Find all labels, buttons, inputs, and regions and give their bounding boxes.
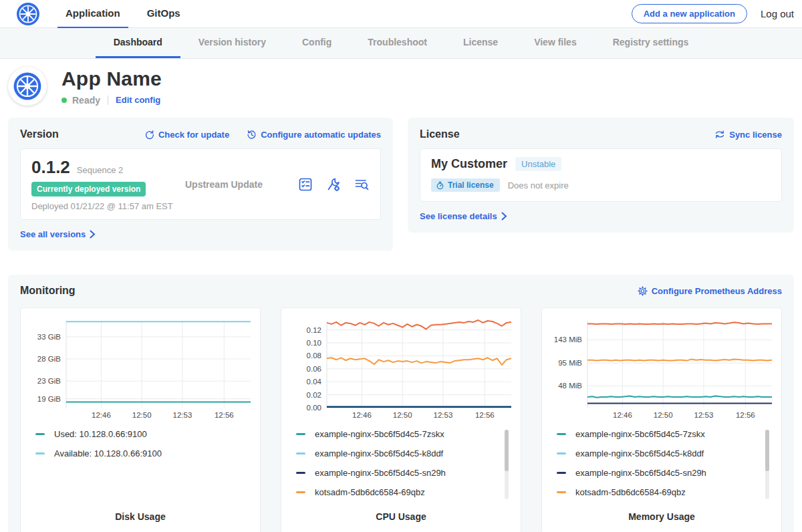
license-summary-row: My Customer Unstable Trial license Does …: [420, 148, 782, 202]
legend-item: Used: 10.128.0.66:9100: [35, 430, 255, 438]
app-name-title: App Name: [61, 68, 162, 90]
svg-text:12:50: 12:50: [132, 411, 152, 419]
legend-color-dash: [296, 472, 305, 474]
legend-color-dash: [35, 433, 45, 435]
chart-card-cpu-usage: 0.000.020.040.060.080.100.1212:4612:5012…: [281, 307, 521, 532]
legend-label: kotsadm-5db6dc6584-69qbz: [575, 487, 686, 497]
view-files-search-icon[interactable]: [354, 176, 370, 192]
legend-label: example-nginx-5bc6f5d4c5-7zskx: [575, 429, 705, 439]
legend-item: example-nginx-5bc6f5d4c5-sn29h: [557, 469, 776, 477]
svg-text:12:56: 12:56: [736, 411, 755, 419]
customer-name: My Customer: [431, 157, 507, 171]
app-sub-nav: DashboardVersion historyConfigTroublesho…: [0, 28, 802, 59]
sync-license-link[interactable]: Sync license: [714, 130, 782, 140]
kubernetes-app-icon: [12, 71, 43, 102]
configure-automatic-updates-link[interactable]: Configure automatic updates: [247, 130, 381, 140]
chevron-right-icon: [90, 230, 96, 239]
topnav-tab-gitops[interactable]: GitOps: [139, 0, 188, 28]
svg-text:23 GiB: 23 GiB: [37, 377, 61, 385]
svg-text:143 MiB: 143 MiB: [554, 336, 583, 344]
legend-item: example-nginx-5bc6f5d4c5-7zskx: [557, 430, 776, 438]
app-header: App Name Ready Edit config: [0, 59, 802, 118]
legend-scrollbar-track[interactable]: [505, 430, 509, 499]
svg-text:0.04: 0.04: [307, 378, 322, 386]
subnav-tab-version-history[interactable]: Version history: [180, 28, 284, 58]
svg-text:48 MiB: 48 MiB: [558, 382, 582, 390]
legend-color-dash: [557, 491, 566, 493]
logout-button[interactable]: Log out: [761, 8, 794, 19]
chart-legend: example-nginx-5bc6f5d4c5-7zskxexample-ng…: [557, 430, 776, 511]
top-nav: ApplicationGitOps Add a new application …: [0, 0, 802, 28]
subnav-tab-config[interactable]: Config: [284, 28, 350, 58]
legend-color-dash: [35, 452, 45, 454]
chart-card-disk-usage: 19 GiB23 GiB28 GiB33 GiB12:4612:5012:531…: [20, 307, 261, 532]
edit-config-link[interactable]: Edit config: [116, 95, 160, 105]
legend-item: example-nginx-5bc6f5d4c5-sn29h: [296, 469, 515, 477]
legend-scrollbar-thumb[interactable]: [505, 430, 509, 471]
svg-text:28 GiB: 28 GiB: [37, 355, 61, 363]
see-all-versions-link[interactable]: See all versions: [20, 229, 96, 239]
svg-text:12:53: 12:53: [173, 411, 192, 419]
subnav-tab-license[interactable]: License: [445, 28, 516, 58]
subnav-tab-dashboard[interactable]: Dashboard: [96, 28, 180, 58]
currently-deployed-badge: Currently deployed version: [31, 182, 146, 196]
license-expiration-text: Does not expire: [508, 180, 569, 190]
legend-color-dash: [296, 452, 305, 454]
version-number: 0.1.2: [31, 157, 70, 178]
add-application-button[interactable]: Add a new application: [632, 4, 747, 23]
legend-label: example-nginx-5bc6f5d4c5-7zskx: [315, 429, 444, 439]
svg-text:0.10: 0.10: [307, 339, 321, 347]
legend-color-dash: [557, 433, 566, 435]
legend-label: Available: 10.128.0.66:9100: [54, 448, 162, 458]
chart-legend: example-nginx-5bc6f5d4c5-7zskxexample-ng…: [296, 430, 515, 511]
kubernetes-logo-icon: [16, 2, 40, 26]
svg-text:12:56: 12:56: [215, 411, 234, 419]
legend-label: example-nginx-5bc6f5d4c5-sn29h: [575, 468, 706, 478]
chart-title: Disk Usage: [26, 511, 255, 532]
chevron-right-icon: [501, 212, 507, 221]
license-type-badge: Trial license: [431, 178, 500, 192]
clock-refresh-icon: [247, 130, 257, 140]
monitoring-panel: Monitoring Configure Prometheus Address …: [8, 275, 794, 532]
status-ready-dot: [61, 98, 67, 103]
subnav-tab-view-files[interactable]: View files: [516, 28, 595, 58]
chart-legend: Used: 10.128.0.66:9100Available: 10.128.…: [35, 430, 255, 511]
charts-row: 19 GiB23 GiB28 GiB33 GiB12:4612:5012:531…: [20, 307, 782, 532]
legend-color-dash: [557, 472, 566, 474]
svg-text:95 MiB: 95 MiB: [558, 359, 582, 367]
release-notes-icon[interactable]: [297, 176, 313, 192]
svg-text:0.02: 0.02: [307, 391, 321, 399]
chart-plot: 0.000.020.040.060.080.100.1212:4612:5012…: [287, 315, 517, 420]
monitoring-title: Monitoring: [20, 285, 76, 297]
stopwatch-icon: [436, 181, 444, 190]
svg-text:0.08: 0.08: [307, 352, 321, 360]
svg-text:12:53: 12:53: [434, 411, 453, 419]
see-license-details-link[interactable]: See license details: [420, 211, 507, 221]
svg-text:0.06: 0.06: [307, 365, 321, 373]
legend-scrollbar-track[interactable]: [765, 430, 769, 499]
app-avatar: [8, 67, 47, 106]
svg-text:12:50: 12:50: [393, 411, 412, 419]
subnav-tab-registry-settings[interactable]: Registry settings: [595, 28, 707, 58]
swap-arrows-icon: [714, 130, 725, 139]
status-text: Ready: [72, 95, 100, 106]
check-for-update-link[interactable]: Check for update: [144, 130, 229, 140]
svg-text:0.12: 0.12: [307, 326, 321, 334]
subnav-tab-troubleshoot[interactable]: Troubleshoot: [350, 28, 445, 58]
chart-title: CPU Usage: [287, 511, 515, 532]
configure-prometheus-link[interactable]: Configure Prometheus Address: [638, 286, 782, 296]
legend-item: example-nginx-5bc6f5d4c5-7zskx: [296, 430, 515, 438]
legend-scrollbar-thumb[interactable]: [765, 430, 769, 471]
legend-label: example-nginx-5bc6f5d4c5-k8ddf: [315, 448, 443, 458]
legend-item: kotsadm-5db6dc6584-69qbz: [557, 488, 776, 497]
legend-item: kotsadm-5db6dc6584-69qbz: [296, 488, 515, 497]
svg-text:12:46: 12:46: [352, 411, 372, 419]
chart-title: Memory Usage: [547, 511, 776, 532]
svg-text:12:56: 12:56: [475, 411, 495, 419]
svg-text:12:53: 12:53: [694, 411, 714, 419]
topnav-tab-application[interactable]: Application: [57, 0, 128, 28]
legend-item: example-nginx-5bc6f5d4c5-k8ddf: [296, 449, 515, 458]
edit-config-wrench-icon[interactable]: [325, 176, 342, 192]
version-source-label: Upstream Update: [185, 179, 263, 190]
gear-icon: [638, 286, 648, 296]
